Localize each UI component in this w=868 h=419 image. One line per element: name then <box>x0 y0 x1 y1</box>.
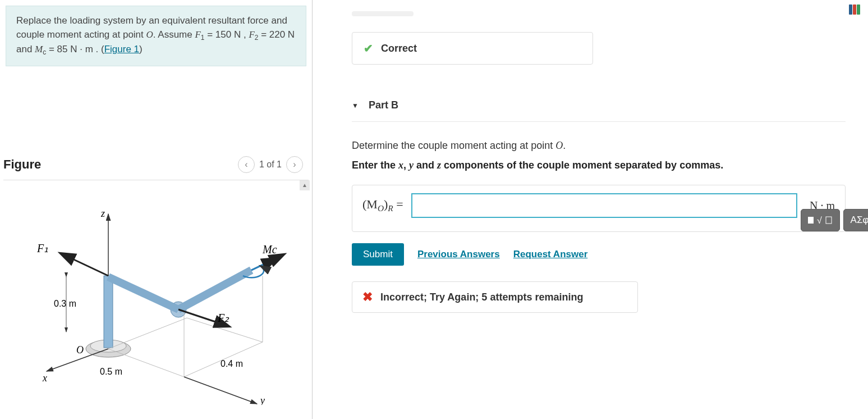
templates-button[interactable]: √ <box>801 209 840 231</box>
pager-next-button[interactable]: › <box>286 156 303 173</box>
dim-0.3m: 0.3 m <box>54 299 76 308</box>
assume-text: . Assume <box>153 29 195 40</box>
F1-label: F₁ <box>36 242 48 254</box>
axis-x-label: x <box>42 372 47 384</box>
svg-text:√: √ <box>817 216 822 225</box>
part-b-instruction-2: Enter the x, y and z components of the c… <box>352 160 846 171</box>
instr2-y: y <box>409 160 414 171</box>
point-O: O <box>146 29 153 40</box>
part-a-feedback: ✔ Correct <box>352 32 593 65</box>
pager-label: 1 of 1 <box>259 160 282 170</box>
answer-input[interactable] <box>411 193 797 218</box>
lhs-M: (M <box>362 197 378 211</box>
request-answer-link[interactable]: Request Answer <box>513 249 588 260</box>
check-icon: ✔ <box>364 42 373 55</box>
greek-button[interactable]: ΑΣφ <box>843 209 868 231</box>
figure-header: Figure ‹ 1 of 1 › <box>0 156 312 173</box>
answer-panel: (MO)R = N · m <box>352 185 846 232</box>
correct-label: Correct <box>381 43 417 54</box>
svg-line-16 <box>251 258 277 270</box>
part-b-instruction-1: Determine the couple moment acting at po… <box>352 140 846 152</box>
incorrect-feedback: ✖ Incorrect; Try Again; 5 attempts remai… <box>352 281 638 313</box>
previous-answers-link[interactable]: Previous Answers <box>417 249 500 260</box>
figure-pager: ‹ 1 of 1 › <box>238 156 303 173</box>
axis-z-label: z <box>100 208 105 219</box>
svg-line-7 <box>178 270 251 309</box>
instr2-and: and <box>414 160 437 171</box>
svg-line-12 <box>184 377 257 404</box>
problem-statement: Replace the loading system by an equival… <box>6 6 306 66</box>
instr2-post: components of the couple moment separate… <box>441 160 723 171</box>
part-b-header[interactable]: ▼ Part B <box>352 89 846 122</box>
svg-line-13 <box>61 253 108 276</box>
F1-sym: F <box>195 29 200 40</box>
drag-handle[interactable] <box>352 11 414 16</box>
lhs-eq: = <box>393 197 403 211</box>
instr1-O: O <box>555 140 563 151</box>
figure-link[interactable]: Figure 1 <box>104 44 139 54</box>
instr2-x: x <box>398 160 403 171</box>
svg-rect-20 <box>826 217 832 224</box>
svg-rect-2 <box>104 276 113 348</box>
right-column: ✔ Correct ▼ Part B Determine the couple … <box>313 0 868 419</box>
axis-y-label: y <box>259 395 265 405</box>
scroll-up-button[interactable]: ▲ <box>300 180 310 190</box>
figure-heading: Figure <box>3 157 41 172</box>
figure-area: ▲ <box>0 180 312 419</box>
instr2-c1: , <box>403 160 409 171</box>
lhs-O: O <box>378 204 384 213</box>
x-icon: ✖ <box>362 290 373 304</box>
instr1-post: . <box>563 140 566 151</box>
instr2-pre: Enter the <box>352 160 398 171</box>
submit-button[interactable]: Submit <box>352 243 404 266</box>
Mc-sym: M <box>35 44 43 54</box>
part-b-title: Part B <box>369 99 398 111</box>
instr2-z: z <box>437 160 441 171</box>
Mc-label: Mc <box>262 243 277 256</box>
close-paren: ) <box>139 44 143 54</box>
figure-svg: z x y O F₁ F₂ Mc 0.3 m 0.5 m 0.4 m <box>16 192 296 405</box>
left-column: Replace the loading system by an equival… <box>0 0 313 419</box>
answer-lhs: (MO)R = <box>362 197 403 213</box>
svg-line-5 <box>108 277 178 309</box>
lhs-R: R <box>388 204 393 213</box>
action-row: Submit Previous Answers Request Answer <box>352 243 846 266</box>
instr1-pre: Determine the couple moment acting at po… <box>352 140 555 151</box>
dim-0.4m: 0.4 m <box>221 359 243 368</box>
incorrect-msg: Incorrect; Try Again; 5 attempts remaini… <box>380 292 583 303</box>
textbook-icon[interactable] <box>849 4 860 15</box>
eq3: = 85 N · m . ( <box>46 44 104 54</box>
F2-sym: F <box>249 29 254 40</box>
origin-label: O <box>76 344 84 356</box>
pager-prev-button[interactable]: ‹ <box>238 156 255 173</box>
collapse-icon: ▼ <box>352 102 359 110</box>
equation-toolbar: √ ΑΣφ ↓↑ vec ↶ ↷ ↻ ⌨ ? <box>801 209 868 231</box>
F2-label: F₂ <box>217 312 229 324</box>
svg-rect-18 <box>808 217 814 224</box>
dim-0.5m: 0.5 m <box>100 367 122 376</box>
eq1: = 150 N , <box>204 29 249 40</box>
